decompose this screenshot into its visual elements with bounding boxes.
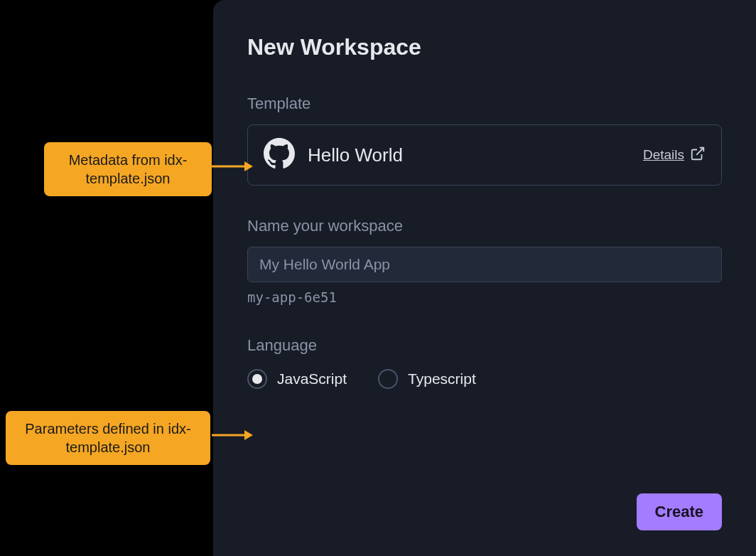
radio-indicator xyxy=(247,369,267,389)
callout-metadata: Metadata from idx-template.json xyxy=(44,142,212,196)
template-card[interactable]: Hello World Details xyxy=(247,124,722,186)
radio-option-typescript[interactable]: Typescript xyxy=(378,369,476,389)
template-name: Hello World xyxy=(308,144,630,166)
radio-label: Typescript xyxy=(408,370,476,387)
svg-line-0 xyxy=(696,147,703,154)
details-link[interactable]: Details xyxy=(643,146,706,165)
language-section-label: Language xyxy=(247,336,722,355)
workspace-slug: my-app-6e51 xyxy=(247,289,722,305)
external-link-icon xyxy=(690,146,706,165)
template-section-label: Template xyxy=(247,95,722,113)
github-icon xyxy=(264,138,295,172)
language-radio-group: JavaScript Typescript xyxy=(247,369,722,389)
radio-indicator xyxy=(378,369,398,389)
radio-option-javascript[interactable]: JavaScript xyxy=(247,369,347,389)
radio-label: JavaScript xyxy=(277,370,347,387)
callout-parameters: Parameters defined in idx-template.json xyxy=(6,411,210,465)
name-section-label: Name your workspace xyxy=(247,217,722,235)
new-workspace-dialog: New Workspace Template Hello World Detai… xyxy=(213,0,756,556)
workspace-name-input[interactable] xyxy=(247,247,722,282)
details-link-label: Details xyxy=(643,147,684,163)
create-button[interactable]: Create xyxy=(637,493,722,530)
dialog-title: New Workspace xyxy=(247,34,722,60)
